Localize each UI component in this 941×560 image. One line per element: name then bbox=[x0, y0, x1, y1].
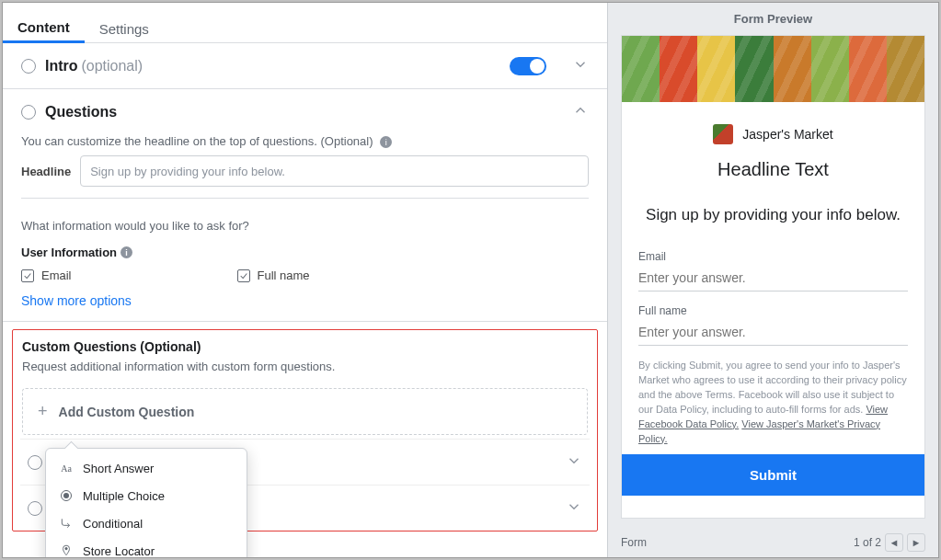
custom-questions-title: Custom Questions (Optional) bbox=[22, 339, 588, 354]
tab-bar: Content Settings bbox=[3, 3, 607, 43]
custom-questions-sub: Request additional information with cust… bbox=[22, 360, 588, 373]
intro-expand-icon[interactable] bbox=[572, 56, 589, 75]
checkmark-icon bbox=[237, 269, 250, 282]
checkbox-fullname[interactable]: Full name bbox=[237, 269, 310, 282]
section-questions: Questions You can customize the headline… bbox=[3, 89, 607, 322]
hero-image bbox=[622, 36, 924, 102]
app-frame: Content Settings Intro (optional) bbox=[2, 2, 939, 558]
intro-optional-label: (optional) bbox=[81, 58, 143, 74]
preview-title: Form Preview bbox=[608, 3, 938, 35]
headline-label: Headline bbox=[21, 165, 71, 178]
disclaimer-text: By clicking Submit, you agree to send yo… bbox=[622, 346, 924, 454]
section-intro: Intro (optional) bbox=[3, 43, 607, 89]
chevron-down-icon bbox=[566, 452, 582, 472]
headline-input[interactable] bbox=[80, 155, 589, 187]
custom-question-type-menu: Aa Short Answer Multiple Choice Conditio… bbox=[45, 448, 247, 557]
info-icon[interactable]: i bbox=[380, 136, 392, 148]
questions-subtext: You can customize the headline on the to… bbox=[21, 134, 589, 148]
editor-panel: Content Settings Intro (optional) bbox=[3, 3, 608, 557]
ask-for-text: What information would you like to ask f… bbox=[21, 219, 589, 233]
section-custom-questions: Custom Questions (Optional) Request addi… bbox=[13, 330, 597, 439]
footer-label: Form bbox=[621, 536, 647, 549]
checkbox-label: Full name bbox=[258, 269, 310, 282]
section-status-icon bbox=[28, 501, 42, 516]
chevron-down-icon bbox=[566, 498, 582, 518]
section-status-icon bbox=[21, 59, 36, 74]
svg-point-0 bbox=[65, 548, 67, 550]
add-custom-question-button[interactable]: + Add Custom Question bbox=[22, 388, 588, 435]
panel-body: Intro (optional) Questions bbox=[3, 43, 607, 557]
checkbox-email[interactable]: Email bbox=[21, 269, 72, 282]
branch-icon bbox=[59, 516, 74, 531]
section-status-icon bbox=[28, 455, 42, 470]
submit-button[interactable]: Submit bbox=[622, 454, 924, 496]
checkbox-label: Email bbox=[41, 269, 72, 282]
intro-title: Intro bbox=[45, 58, 78, 74]
form-headline: Headline Text bbox=[622, 159, 924, 180]
show-more-options-link[interactable]: Show more options bbox=[21, 293, 589, 308]
tab-content[interactable]: Content bbox=[3, 3, 85, 43]
checkmark-icon bbox=[21, 269, 34, 282]
tab-settings[interactable]: Settings bbox=[85, 3, 164, 43]
intro-toggle[interactable] bbox=[510, 57, 546, 75]
field-label-email: Email bbox=[638, 250, 908, 263]
field-input-fullname[interactable] bbox=[638, 317, 908, 346]
questions-collapse-icon[interactable] bbox=[572, 102, 589, 121]
page-avatar bbox=[713, 124, 733, 144]
section-status-icon bbox=[21, 105, 36, 120]
preview-footer: Form 1 of 2 ◄ ► bbox=[608, 528, 938, 557]
menu-item-multiple-choice[interactable]: Multiple Choice bbox=[46, 482, 247, 509]
field-label-fullname: Full name bbox=[638, 304, 908, 317]
next-page-button[interactable]: ► bbox=[907, 533, 925, 552]
page-name: Jasper's Market bbox=[742, 127, 832, 142]
plus-icon: + bbox=[38, 402, 48, 421]
questions-title: Questions bbox=[45, 104, 117, 120]
phone-preview: Jasper's Market Headline Text Sign up by… bbox=[621, 35, 925, 519]
radio-icon bbox=[59, 488, 74, 503]
menu-item-conditional[interactable]: Conditional bbox=[46, 509, 247, 537]
form-subheadline: Sign up by providing your info below. bbox=[622, 206, 924, 224]
menu-item-short-answer[interactable]: Aa Short Answer bbox=[46, 454, 247, 482]
field-input-email[interactable] bbox=[638, 263, 908, 291]
prev-page-button[interactable]: ◄ bbox=[885, 533, 903, 552]
user-info-label: User Information i bbox=[21, 246, 589, 259]
form-preview-panel: Form Preview Jasper's Market Headline Te… bbox=[608, 3, 938, 557]
menu-item-store-locator[interactable]: Store Locator bbox=[46, 537, 247, 557]
text-icon: Aa bbox=[59, 461, 74, 475]
page-indicator: 1 of 2 bbox=[854, 536, 881, 549]
add-custom-question-label: Add Custom Question bbox=[59, 405, 195, 419]
location-pin-icon bbox=[59, 543, 74, 557]
info-icon[interactable]: i bbox=[120, 246, 132, 258]
